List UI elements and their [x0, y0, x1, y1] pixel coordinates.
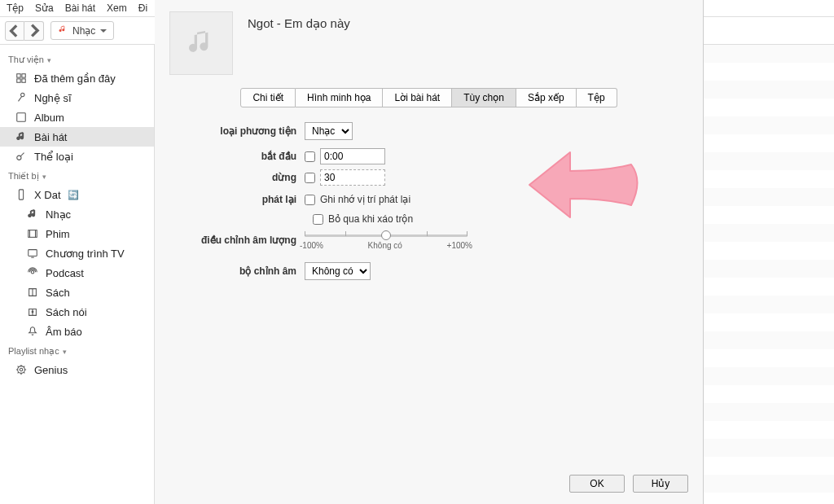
playback-label: phát lại	[174, 194, 305, 205]
svg-point-11	[32, 311, 33, 313]
eq-label: bộ chỉnh âm	[174, 265, 305, 277]
svg-rect-3	[22, 79, 25, 82]
slider-min-label: -100%	[300, 241, 323, 250]
cancel-button[interactable]: Hủy	[633, 475, 688, 493]
sync-icon: 🔄	[68, 190, 79, 200]
album-artwork-placeholder	[169, 11, 233, 75]
tab-artwork[interactable]: Hình minh họa	[296, 88, 383, 107]
dialog-tabs: Chi tiết Hình minh họa Lời bài hát Tùy c…	[155, 88, 703, 107]
category-label: Nhạc	[72, 25, 95, 37]
sidebar-item-device-music[interactable]: Nhạc	[0, 204, 154, 224]
options-form: loại phương tiện Nhạc bắt đầu dừng phát …	[155, 122, 703, 288]
song-info-dialog: Ngot - Em dạo này Chi tiết Hình minh họa…	[155, 0, 704, 504]
sidebar-item-recent[interactable]: Đã thêm gần đây	[0, 68, 154, 88]
menu-song[interactable]: Bài hát	[65, 2, 95, 14]
sidebar: Thư viện▾ Đã thêm gần đây Nghệ sĩ Album …	[0, 45, 155, 504]
film-icon	[26, 227, 39, 240]
svg-rect-0	[17, 74, 20, 77]
dialog-title: Ngot - Em dạo này	[248, 11, 350, 31]
svg-rect-1	[22, 74, 25, 77]
skip-shuffle-label: Bỏ qua khi xáo trộn	[328, 213, 413, 225]
sidebar-item-artists[interactable]: Nghệ sĩ	[0, 88, 154, 107]
slider-max-label: +100%	[447, 241, 472, 250]
microphone-icon	[15, 91, 28, 104]
audiobook-icon	[26, 305, 39, 318]
sidebar-item-songs[interactable]: Bài hát	[0, 127, 154, 147]
sidebar-item-albums[interactable]: Album	[0, 107, 154, 127]
tab-lyrics[interactable]: Lời bài hát	[383, 88, 452, 107]
svg-rect-7	[19, 190, 23, 199]
section-devices[interactable]: Thiết bị▾	[0, 166, 154, 185]
phone-icon	[15, 188, 28, 201]
sidebar-item-device-podcast[interactable]: Podcast	[0, 263, 154, 283]
sidebar-item-device-tones[interactable]: Âm báo	[0, 322, 154, 341]
remember-position-label: Ghi nhớ vị trí phát lại	[320, 194, 410, 205]
start-input[interactable]	[320, 148, 385, 164]
tv-icon	[26, 247, 39, 260]
sidebar-item-device-books[interactable]: Sách	[0, 283, 154, 302]
music-note-icon	[185, 27, 217, 59]
menu-view[interactable]: Xem	[107, 2, 127, 14]
svg-rect-2	[17, 79, 20, 82]
chevron-down-icon: ▾	[42, 173, 46, 181]
music-note-icon	[26, 208, 39, 221]
dialog-footer: OK Hủy	[155, 467, 703, 504]
sidebar-item-device-movies[interactable]: Phim	[0, 224, 154, 243]
volume-label: điều chỉnh âm lượng	[174, 234, 305, 246]
svg-rect-9	[29, 250, 37, 256]
svg-point-6	[17, 156, 21, 160]
chevron-down-icon: ▾	[63, 348, 67, 356]
menu-edit[interactable]: Sửa	[35, 2, 54, 14]
menu-go[interactable]: Đi	[138, 2, 147, 14]
tab-file[interactable]: Tệp	[577, 88, 617, 107]
music-note-icon	[15, 130, 28, 143]
grid-icon	[15, 72, 28, 85]
music-note-icon	[58, 24, 68, 37]
book-icon	[26, 286, 39, 299]
bell-icon	[26, 325, 39, 338]
sidebar-item-device[interactable]: X Dat 🔄	[0, 185, 154, 204]
media-kind-label: loại phương tiện	[174, 125, 305, 137]
tab-details[interactable]: Chi tiết	[240, 88, 296, 107]
stop-checkbox[interactable]	[305, 173, 315, 183]
section-library[interactable]: Thư viện▾	[0, 50, 154, 68]
stop-input[interactable]	[320, 169, 385, 186]
sidebar-item-genius[interactable]: Genius	[0, 360, 154, 379]
media-kind-select[interactable]: Nhạc	[305, 122, 353, 140]
stop-label: dừng	[174, 172, 305, 183]
sidebar-item-genres[interactable]: Thể loại	[0, 147, 154, 166]
podcast-icon	[26, 266, 39, 279]
category-selector[interactable]: Nhạc	[50, 21, 114, 40]
start-checkbox[interactable]	[305, 151, 315, 162]
svg-point-10	[31, 270, 34, 274]
section-playlists[interactable]: Playlist nhạc▾	[0, 341, 154, 360]
svg-point-12	[20, 368, 23, 371]
genius-icon	[15, 363, 28, 376]
album-icon	[15, 111, 28, 124]
nav-forward-button[interactable]	[24, 21, 44, 41]
volume-slider[interactable]: -100% Không có +100%	[305, 230, 467, 251]
svg-point-4	[21, 93, 24, 96]
remember-position-checkbox[interactable]	[305, 195, 315, 205]
chevron-down-icon: ▾	[47, 56, 51, 64]
nav-back-button[interactable]	[5, 21, 24, 41]
skip-shuffle-checkbox[interactable]	[313, 214, 323, 225]
tab-sorting[interactable]: Sắp xếp	[516, 88, 577, 107]
sidebar-item-device-audiobooks[interactable]: Sách nói	[0, 302, 154, 322]
start-label: bắt đầu	[174, 151, 305, 162]
guitar-icon	[15, 150, 28, 163]
eq-select[interactable]: Không có	[305, 262, 371, 280]
slider-thumb[interactable]	[381, 230, 391, 240]
svg-rect-5	[17, 113, 26, 122]
ok-button[interactable]: OK	[569, 475, 625, 493]
menu-file[interactable]: Tệp	[7, 2, 24, 14]
sidebar-item-device-tv[interactable]: Chương trình TV	[0, 243, 154, 263]
slider-center-label: Không có	[368, 241, 402, 250]
tab-options[interactable]: Tùy chọn	[452, 88, 516, 107]
